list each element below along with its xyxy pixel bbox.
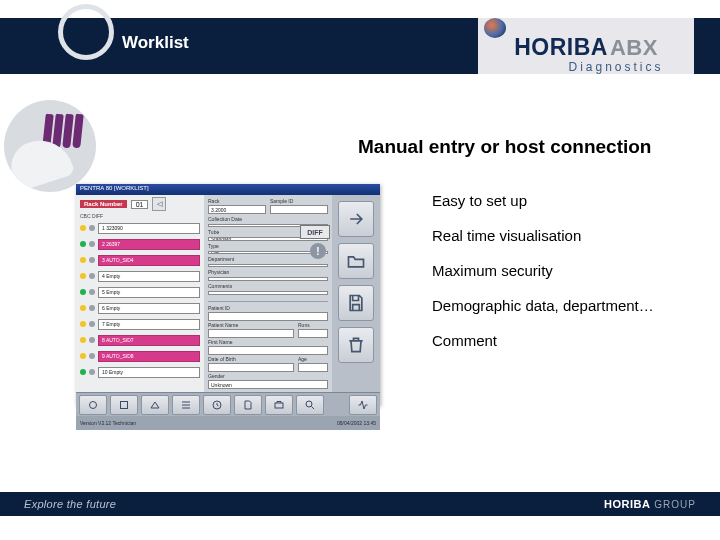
status-led-2 — [89, 337, 95, 343]
rack-row[interactable]: 6 Empty — [80, 301, 200, 315]
status-led-2 — [89, 225, 95, 231]
feature-item: Demographic data, department… — [432, 297, 654, 314]
tool-button-9[interactable] — [349, 395, 377, 415]
svg-point-0 — [90, 401, 97, 408]
sample-id-field[interactable] — [270, 205, 328, 214]
status-led-2 — [89, 305, 95, 311]
trash-button[interactable] — [338, 327, 374, 363]
collection-date-label: Collection Date — [208, 216, 328, 222]
age-label: Age — [298, 356, 328, 362]
status-led — [80, 369, 86, 375]
status-right: 08/04/2002 13:45 — [337, 420, 376, 426]
sample-slot[interactable]: 6 Empty — [98, 303, 200, 314]
patient-id-label: Patient ID — [208, 305, 328, 311]
status-left: Version V2.12 Technician — [80, 420, 136, 426]
status-led — [80, 273, 86, 279]
status-led-2 — [89, 289, 95, 295]
status-led — [80, 241, 86, 247]
physician-field[interactable] — [208, 277, 328, 280]
rack-field[interactable]: 3.2000 — [208, 205, 266, 214]
rack-field-label: Rack — [208, 198, 266, 204]
tool-button-8[interactable] — [296, 395, 324, 415]
status-led-2 — [89, 369, 95, 375]
rack-row[interactable]: 10 Empty — [80, 365, 200, 379]
sample-id-label: Sample ID — [270, 198, 328, 204]
tool-button-2[interactable] — [110, 395, 138, 415]
sample-slot[interactable]: 7 Empty — [98, 319, 200, 330]
physician-label: Physician — [208, 269, 328, 275]
rack-panel: Rack Number 01 ◁ CBC DIFF 1 323090 2 263… — [76, 195, 204, 392]
status-led — [80, 321, 86, 327]
patient-id-field[interactable] — [208, 312, 328, 321]
worklist-screenshot: PENTRA 80 [WORKLIST] Rack Number 01 ◁ CB… — [76, 184, 380, 406]
tool-button-7[interactable] — [265, 395, 293, 415]
decorative-photo — [4, 100, 96, 192]
rack-number-label: Rack Number — [80, 200, 127, 208]
circle-icon — [58, 4, 114, 60]
sample-slot[interactable]: 5 Empty — [98, 287, 200, 298]
prev-rack-button[interactable]: ◁ — [152, 197, 166, 211]
rack-row[interactable]: 2 26397 — [80, 237, 200, 251]
svg-point-4 — [306, 401, 312, 407]
brand-main: HORIBA — [514, 34, 608, 61]
tool-button-6[interactable] — [234, 395, 262, 415]
comments-field[interactable] — [208, 291, 328, 295]
arrow-right-button[interactable] — [338, 201, 374, 237]
age-field[interactable] — [298, 363, 328, 372]
window-titlebar: PENTRA 80 [WORKLIST] — [76, 184, 380, 195]
first-name-field[interactable] — [208, 346, 328, 355]
tool-button-4[interactable] — [172, 395, 200, 415]
status-led — [80, 289, 86, 295]
rack-row[interactable]: 9 AUTO_SID8 — [80, 349, 200, 363]
department-field[interactable] — [208, 264, 328, 267]
tool-button-5[interactable] — [203, 395, 231, 415]
gender-field[interactable]: Unknown — [208, 380, 328, 389]
footer-tagline: Explore the future — [24, 498, 116, 510]
dob-field[interactable] — [208, 363, 294, 372]
folder-button[interactable] — [338, 243, 374, 279]
diff-badge: DIFF — [300, 225, 330, 239]
tool-button-1[interactable] — [79, 395, 107, 415]
patient-name-field[interactable] — [208, 329, 294, 338]
rack-row[interactable]: 3 AUTO_SID4 — [80, 253, 200, 267]
status-led-2 — [89, 257, 95, 263]
brand-line2: Diagnostics — [568, 60, 663, 74]
feature-item: Comment — [432, 332, 654, 349]
sample-slot[interactable]: 1 323090 — [98, 223, 200, 234]
save-button[interactable] — [338, 285, 374, 321]
rack-row[interactable]: 1 323090 — [80, 221, 200, 235]
sample-slot[interactable]: 2 26397 — [98, 239, 200, 250]
status-led-2 — [89, 321, 95, 327]
runs-field[interactable] — [298, 329, 328, 338]
feature-list: Easy to set upReal time visualisationMax… — [432, 192, 654, 349]
sample-slot[interactable]: 3 AUTO_SID4 — [98, 255, 200, 266]
tool-button-3[interactable] — [141, 395, 169, 415]
rack-row[interactable]: 4 Empty — [80, 269, 200, 283]
footer-band: Explore the future HORIBAGROUP — [0, 492, 720, 516]
first-name-label: First Name — [208, 339, 328, 345]
alert-icon: ! — [310, 243, 326, 259]
status-led — [80, 225, 86, 231]
rack-row[interactable]: 8 AUTO_SID7 — [80, 333, 200, 347]
feature-item: Real time visualisation — [432, 227, 654, 244]
sample-form: Rack 3.2000 Sample ID Collection Date Tu… — [204, 195, 332, 392]
rack-row[interactable]: 5 Empty — [80, 285, 200, 299]
footer-brand: HORIBAGROUP — [604, 498, 696, 510]
cbc-diff-labels: CBC DIFF — [76, 213, 204, 221]
status-led — [80, 337, 86, 343]
section-heading: Manual entry or host connection — [358, 136, 651, 158]
feature-item: Easy to set up — [432, 192, 654, 209]
patient-name-label: Patient Name — [208, 322, 294, 328]
sample-slot[interactable]: 8 AUTO_SID7 — [98, 335, 200, 346]
svg-rect-3 — [275, 403, 283, 408]
department-label: Department — [208, 256, 328, 262]
runs-label: Runs — [298, 322, 328, 328]
rack-row[interactable]: 7 Empty — [80, 317, 200, 331]
brand-logo: HORIBA ABX Diagnostics — [478, 18, 694, 74]
globe-icon — [484, 18, 506, 38]
sample-slot[interactable]: 9 AUTO_SID8 — [98, 351, 200, 362]
status-led — [80, 257, 86, 263]
feature-item: Maximum security — [432, 262, 654, 279]
sample-slot[interactable]: 4 Empty — [98, 271, 200, 282]
sample-slot[interactable]: 10 Empty — [98, 367, 200, 378]
